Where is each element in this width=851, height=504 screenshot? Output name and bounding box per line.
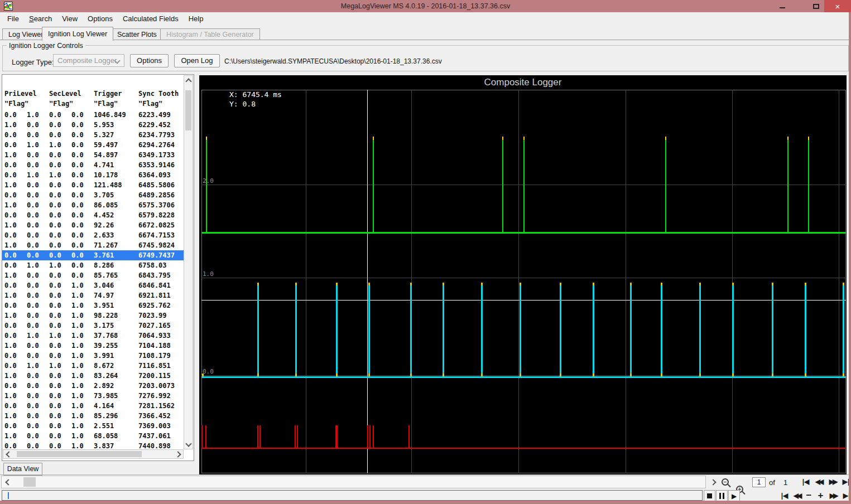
table-row[interactable]: 0.00.00.01.02.8927203.0073 xyxy=(2,381,184,391)
cell: 6925.762 xyxy=(138,301,171,311)
maximize-button[interactable] xyxy=(809,0,823,12)
command-input[interactable] xyxy=(2,490,703,501)
page-number-field[interactable]: 1 xyxy=(752,477,766,487)
cell: 7116.851 xyxy=(138,361,171,371)
tab-ignition-log-viewer[interactable]: Ignition Log Viewer xyxy=(42,27,113,41)
table-row-selected[interactable]: 0.00.00.00.03.7616749.7437 xyxy=(2,250,184,260)
vertical-scrollbar-thumb[interactable] xyxy=(185,90,191,130)
tab-scatter-plots[interactable]: Scatter Plots xyxy=(111,28,163,40)
table-row[interactable]: 1.00.00.01.083.2647200.115 xyxy=(2,371,184,381)
cell: 2.551 xyxy=(94,421,138,431)
close-button[interactable]: × xyxy=(824,0,851,12)
cyan-trace-base-dot xyxy=(560,374,561,376)
menu-item-options[interactable]: Options xyxy=(83,12,118,26)
scroll-right-button[interactable] xyxy=(174,450,182,458)
playback-rewind-button[interactable]: ◀◀ xyxy=(791,491,804,500)
green-trace-spike-tip xyxy=(665,137,666,140)
table-row[interactable]: 0.00.00.01.02.5517369.003 xyxy=(2,421,184,431)
cyan-trace-base-dot xyxy=(520,374,521,376)
minimize-button[interactable] xyxy=(775,0,790,12)
red-trace-baseline xyxy=(201,448,846,449)
cell: 0.0 xyxy=(27,381,49,391)
cell: 1.0 xyxy=(4,220,27,230)
red-trace-spike xyxy=(201,425,203,449)
tab-data-view[interactable]: Data View xyxy=(3,463,42,476)
table-row[interactable]: 0.01.01.00.059.4976294.2764 xyxy=(2,140,184,150)
menu-item-file[interactable]: File xyxy=(2,12,24,26)
table-row[interactable]: 0.00.00.01.03.1757027.165 xyxy=(2,321,184,331)
table-row[interactable]: 1.00.00.01.068.0587437.061 xyxy=(2,431,184,441)
table-row[interactable]: 0.00.00.01.03.8377440.898 xyxy=(2,441,184,449)
table-row[interactable]: 0.00.00.01.03.9917108.179 xyxy=(2,351,184,361)
table-row[interactable]: 1.00.00.00.092.266672.0825 xyxy=(2,220,184,230)
table-row[interactable]: 0.00.00.00.05.3276234.7793 xyxy=(2,130,184,140)
stop-button[interactable] xyxy=(704,490,715,502)
scroll-up-button[interactable] xyxy=(184,77,193,85)
table-row[interactable]: 0.00.00.00.04.4526579.8228 xyxy=(2,210,184,220)
cell: 1.0 xyxy=(27,361,49,371)
cell: 0.0 xyxy=(4,160,27,170)
pause-button[interactable] xyxy=(716,490,728,502)
faster-button[interactable]: + xyxy=(816,490,825,501)
table-row[interactable]: 0.00.00.00.03.7056489.2856 xyxy=(2,190,184,200)
plus-icon: + xyxy=(818,490,824,501)
logger-type-label: Logger Type: xyxy=(12,58,54,66)
chart-scroll-right-button[interactable] xyxy=(709,478,717,486)
table-row[interactable]: 1.00.00.00.054.8976349.1733 xyxy=(2,150,184,160)
horizontal-scrollbar[interactable] xyxy=(3,449,184,459)
composite-logger-chart[interactable]: Composite Logger 2.01.00.0 X: 6745.4 ms … xyxy=(199,75,847,474)
table-row[interactable]: 1.00.00.00.086.0856575.3706 xyxy=(2,200,184,210)
table-row[interactable]: 1.00.00.00.05.9536229.452 xyxy=(2,120,184,130)
table-row[interactable]: 1.00.00.01.073.9857276.992 xyxy=(2,391,184,401)
table-row[interactable]: 1.00.00.01.074.976921.811 xyxy=(2,290,184,301)
cell: 5.953 xyxy=(94,120,138,130)
slower-button[interactable]: − xyxy=(804,490,814,501)
grid-line-vertical xyxy=(306,90,306,473)
scroll-down-button[interactable] xyxy=(184,439,193,448)
table-row[interactable]: 1.00.00.01.085.2967366.452 xyxy=(2,411,184,421)
rewind-button[interactable]: ◀◀ xyxy=(813,477,826,486)
fast-forward-button[interactable]: ▶▶ xyxy=(827,477,840,486)
menu-item-search[interactable]: Search xyxy=(24,12,57,26)
cell: 1.0 xyxy=(4,240,27,250)
scroll-left-button[interactable] xyxy=(4,450,13,458)
cell: 6749.7437 xyxy=(138,250,175,260)
table-row[interactable]: 0.00.00.01.04.1647281.1562 xyxy=(2,401,184,411)
menu-item-calculated-fields[interactable]: Calculated Fields xyxy=(118,12,184,26)
megalogviewer-window: MegaLogViewer MS 4.0.19 - 2016-01-18_13.… xyxy=(0,0,851,504)
table-row[interactable]: 0.00.00.00.04.7416353.9146 xyxy=(2,160,184,170)
play-button[interactable]: ▶ xyxy=(728,490,740,502)
table-row[interactable]: 1.00.00.01.098.2287023.99 xyxy=(2,311,184,321)
table-row[interactable]: 0.00.00.01.03.9516925.762 xyxy=(2,301,184,311)
menu-item-view[interactable]: View xyxy=(57,12,83,26)
table-row[interactable]: 0.01.01.00.010.1786364.093 xyxy=(2,170,184,180)
cell: 1.0 xyxy=(71,431,94,441)
table-row[interactable]: 0.01.00.00.01046.8496223.499 xyxy=(2,110,184,120)
zoom-out-icon[interactable]: − xyxy=(722,478,729,486)
playback-skip-to-start-button[interactable]: |◀ xyxy=(779,491,790,500)
table-row[interactable]: 1.00.00.00.071.2676745.9824 xyxy=(2,240,184,250)
table-row[interactable]: 0.00.00.00.02.6336674.7153 xyxy=(2,230,184,240)
horizontal-scrollbar-thumb[interactable] xyxy=(17,451,142,457)
skip-to-start-button[interactable]: |◀ xyxy=(800,477,811,486)
logger-type-dropdown[interactable]: Composite Logger xyxy=(53,54,124,67)
playback-fast-forward-button[interactable]: ▶▶ xyxy=(828,491,840,500)
table-row[interactable]: 1.00.00.01.039.2557104.188 xyxy=(2,341,184,351)
table-row[interactable]: 0.01.01.01.08.6727116.851 xyxy=(2,361,184,371)
cyan-trace-spike xyxy=(560,283,561,378)
table-row[interactable]: 0.00.00.01.03.0466846.841 xyxy=(2,280,184,290)
chart-scroll-left-button[interactable] xyxy=(4,478,12,486)
chart-scrollbar-thumb[interactable] xyxy=(23,477,36,487)
vertical-scrollbar[interactable] xyxy=(184,75,193,449)
cell: 6846.841 xyxy=(138,280,171,290)
chart-scrollbar-track[interactable] xyxy=(1,476,706,488)
cyan-trace-spike-tip xyxy=(593,283,594,285)
table-row[interactable]: 0.01.01.00.08.2866758.03 xyxy=(2,260,184,270)
options-button[interactable]: Options xyxy=(130,54,169,67)
table-row[interactable]: 0.01.01.01.037.7687064.933 xyxy=(2,331,184,341)
table-row[interactable]: 1.00.00.00.085.7656843.795 xyxy=(2,270,184,280)
open-log-button[interactable]: Open Log xyxy=(174,54,220,67)
cell: 86.085 xyxy=(94,200,138,210)
menu-item-help[interactable]: Help xyxy=(184,12,209,26)
table-row[interactable]: 1.00.00.00.0121.4886485.5806 xyxy=(2,180,184,190)
